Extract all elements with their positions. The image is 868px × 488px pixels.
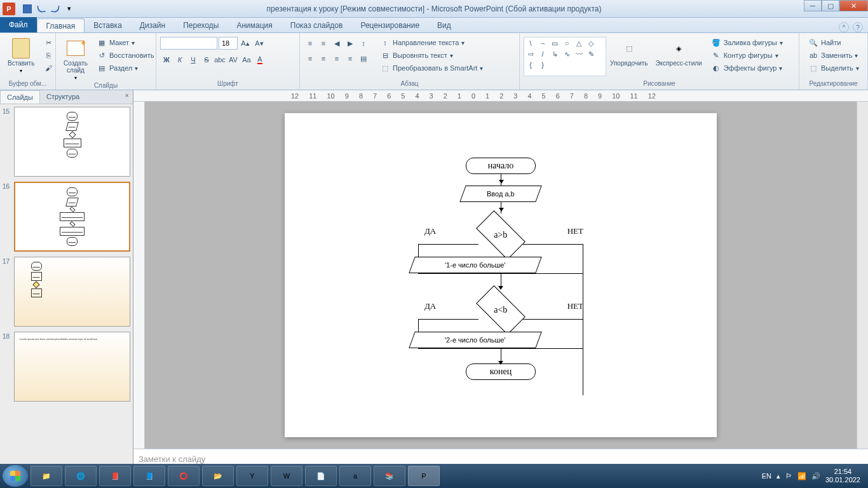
start-button[interactable] xyxy=(3,465,28,487)
smartart-button[interactable]: ⬚Преобразовать в SmartArt ▾ xyxy=(377,62,485,74)
section-button[interactable]: ▤Раздел ▾ xyxy=(94,62,156,74)
flowchart-decision-2[interactable]: a<b xyxy=(476,285,526,335)
shadow-button[interactable]: abc xyxy=(214,53,226,66)
tab-insert[interactable]: Вставка xyxy=(85,18,131,32)
vertical-scrollbar[interactable] xyxy=(857,102,868,449)
select-button[interactable]: ⬚Выделить ▾ xyxy=(806,62,862,74)
redo-button[interactable] xyxy=(50,3,61,15)
bullets-button[interactable]: ≡ xyxy=(304,37,316,50)
shape-brace-icon[interactable]: { xyxy=(526,60,536,69)
tray-lang[interactable]: EN xyxy=(762,472,771,480)
taskbar-chrome[interactable]: ⭕ xyxy=(168,466,200,486)
taskbar-app3[interactable]: a xyxy=(339,466,371,486)
tab-view[interactable]: Вид xyxy=(428,18,460,32)
copy-button[interactable]: ⎘ xyxy=(41,50,56,61)
columns-button[interactable]: ▤ xyxy=(357,52,370,65)
layout-button[interactable]: ▦Макет ▾ xyxy=(94,37,156,48)
tab-design[interactable]: Дизайн xyxy=(131,18,174,32)
increase-indent-button[interactable]: ▶ xyxy=(344,37,356,50)
slide-canvas[interactable]: начало Ввод a,b ДА НЕТ a>b xyxy=(145,102,857,449)
shape-diamond-icon[interactable]: ◇ xyxy=(586,39,596,48)
tray-volume-icon[interactable]: 🔊 xyxy=(811,472,820,480)
underline-button[interactable]: Ч xyxy=(187,53,200,66)
taskbar-explorer[interactable]: 📁 xyxy=(31,466,62,486)
taskbar-app1[interactable]: 📕 xyxy=(99,466,131,486)
shape-curve-icon[interactable]: ∿ xyxy=(562,50,572,58)
increase-font-icon[interactable]: A▴ xyxy=(239,37,252,50)
flowchart-process-1[interactable]: '1-е число больше' xyxy=(409,257,541,273)
replace-button[interactable]: abЗаменить ▾ xyxy=(806,50,862,61)
taskbar-ie[interactable]: 🌐 xyxy=(65,466,97,486)
close-button[interactable]: ✕ xyxy=(839,0,868,11)
tray-network-icon[interactable]: 📶 xyxy=(797,472,806,480)
tab-transitions[interactable]: Переходы xyxy=(174,18,227,32)
taskbar-folder[interactable]: 📂 xyxy=(202,466,234,486)
taskbar-powerpoint[interactable]: P xyxy=(408,466,440,486)
font-size-input[interactable]: 18 xyxy=(219,37,238,50)
shape-free-icon[interactable]: 〰 xyxy=(574,50,584,58)
shape-brace2-icon[interactable]: } xyxy=(538,60,548,69)
text-direction-button[interactable]: ↕Направление текста ▾ xyxy=(377,37,485,48)
justify-button[interactable]: ≡ xyxy=(344,52,356,65)
shape-rect-icon[interactable]: ▭ xyxy=(550,39,560,48)
tray-up-icon[interactable]: ▴ xyxy=(776,472,780,480)
decrease-indent-button[interactable]: ◀ xyxy=(330,37,343,50)
align-left-button[interactable]: ≡ xyxy=(304,52,316,65)
shape-triangle-icon[interactable]: △ xyxy=(574,39,584,48)
shape-conn-icon[interactable]: ↳ xyxy=(550,50,560,58)
minimize-ribbon-icon[interactable]: ^ xyxy=(839,22,849,32)
taskbar-pdf[interactable]: 📄 xyxy=(305,466,337,486)
align-center-button[interactable]: ≡ xyxy=(317,52,330,65)
tab-file[interactable]: Файл xyxy=(0,17,37,32)
shape-line2-icon[interactable]: / xyxy=(538,50,548,58)
spacing-button[interactable]: AV xyxy=(227,53,240,66)
bold-button[interactable]: Ж xyxy=(160,53,173,66)
taskbar-app2[interactable]: 📘 xyxy=(133,466,165,486)
help-icon[interactable]: ? xyxy=(853,22,863,32)
case-button[interactable]: Aa xyxy=(240,53,253,66)
shape-arrow-icon[interactable]: → xyxy=(538,39,548,48)
italic-button[interactable]: К xyxy=(173,53,186,66)
qat-dropdown[interactable]: ▾ xyxy=(64,3,75,15)
minimize-button[interactable]: ─ xyxy=(804,0,822,11)
line-spacing-button[interactable]: ↕ xyxy=(357,37,370,50)
undo-button[interactable] xyxy=(36,3,47,15)
shapes-gallery[interactable]: \ → ▭ ○ △ ◇ ⇨ / ↳ ∿ 〰 ✎ { } xyxy=(524,37,606,76)
align-text-button[interactable]: ⊟Выровнять текст ▾ xyxy=(377,50,485,61)
decrease-font-icon[interactable]: A▾ xyxy=(253,37,266,50)
taskbar-word[interactable]: W xyxy=(271,466,302,486)
thumbnail-16[interactable]: ————————— xyxy=(14,182,130,252)
shape-outline-button[interactable]: ✎Контур фигуры ▾ xyxy=(709,50,785,61)
strikethrough-button[interactable]: S xyxy=(200,53,213,66)
flowchart-start[interactable]: начало xyxy=(466,158,536,174)
taskbar-winrar[interactable]: 📚 xyxy=(374,466,405,486)
flowchart-process-2[interactable]: '2-е число больше' xyxy=(409,332,541,348)
shape-effects-button[interactable]: ◐Эффекты фигур ▾ xyxy=(709,62,785,74)
panel-close-icon[interactable]: × xyxy=(121,90,133,104)
panel-tab-slides[interactable]: Слайды xyxy=(0,90,40,104)
shape-arrow2-icon[interactable]: ⇨ xyxy=(526,50,536,58)
tab-home[interactable]: Главная xyxy=(37,18,85,32)
shape-oval-icon[interactable]: ○ xyxy=(562,39,572,48)
panel-tab-outline[interactable]: Структура xyxy=(40,90,86,104)
thumbnail-17[interactable]: ——— xyxy=(14,257,130,327)
paste-button[interactable]: Вставить ▾ xyxy=(4,37,38,75)
thumbnail-18[interactable]: Lorem ipsum text lines content placehold… xyxy=(14,332,130,402)
quick-styles-button[interactable]: ◈ Экспресс-стили xyxy=(652,37,706,68)
arrange-button[interactable]: ⬚ Упорядочить xyxy=(606,37,652,68)
save-button[interactable] xyxy=(22,3,33,15)
maximize-button[interactable]: ▢ xyxy=(822,0,839,11)
font-name-input[interactable] xyxy=(160,37,217,50)
taskbar-yandex[interactable]: Y xyxy=(236,466,268,486)
new-slide-button[interactable]: Создать слайд ▾ xyxy=(60,37,92,82)
flowchart-decision-1[interactable]: a>b xyxy=(476,210,526,260)
numbering-button[interactable]: ≡ xyxy=(317,37,330,50)
shape-scribble-icon[interactable]: ✎ xyxy=(586,50,596,58)
flowchart-input[interactable]: Ввод a,b xyxy=(459,186,541,202)
thumbnail-15[interactable]: ————— xyxy=(14,107,130,177)
slide[interactable]: начало Ввод a,b ДА НЕТ a>b xyxy=(285,113,717,437)
shape-line-icon[interactable]: \ xyxy=(526,39,536,48)
format-painter-button[interactable]: 🖌 xyxy=(41,62,56,74)
find-button[interactable]: 🔍Найти xyxy=(806,37,862,48)
tab-review[interactable]: Рецензирование xyxy=(351,18,428,32)
